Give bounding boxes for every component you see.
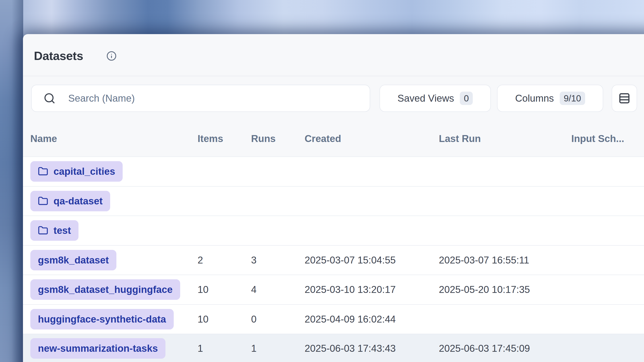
- saved-views-count: 0: [460, 92, 473, 105]
- items-cell: 2: [198, 255, 203, 266]
- dataset-name: gsm8k_dataset: [38, 255, 109, 266]
- columns-button[interactable]: Columns 9/10: [497, 85, 603, 112]
- items-cell: 1: [198, 343, 203, 354]
- folder-icon: [38, 225, 48, 236]
- search-input[interactable]: [32, 85, 370, 111]
- saved-views-button[interactable]: Saved Views 0: [380, 85, 491, 112]
- table-row[interactable]: capital_cities: [23, 156, 644, 186]
- runs-cell: 4: [251, 284, 256, 295]
- last-run-cell: 2025-06-03 17:45:09: [439, 343, 530, 354]
- last-run-cell: 2025-05-20 10:17:35: [439, 284, 530, 295]
- dataset-name-badge[interactable]: new-summarization-tasks: [30, 338, 166, 359]
- column-header-runs: Runs: [251, 133, 276, 144]
- background-gradient: [0, 0, 23, 362]
- dataset-name: new-summarization-tasks: [38, 343, 158, 354]
- columns-label: Columns: [515, 93, 554, 104]
- created-cell: 2025-04-09 16:02:44: [304, 314, 396, 325]
- column-header-name: Name: [30, 133, 57, 144]
- column-header-last-run: Last Run: [439, 133, 481, 144]
- search-input-wrapper: [31, 85, 370, 112]
- items-cell: 10: [198, 284, 208, 295]
- table-row[interactable]: gsm8k_dataset 2 3 2025-03-07 15:04:55 20…: [23, 245, 644, 275]
- dataset-name: huggingface-synthetic-data: [38, 314, 166, 325]
- dataset-name-badge[interactable]: gsm8k_dataset: [30, 250, 116, 270]
- created-cell: 2025-03-10 13:20:17: [304, 284, 396, 295]
- runs-cell: 1: [251, 343, 256, 354]
- rows-3-icon: [618, 92, 630, 104]
- columns-count: 9/10: [560, 92, 585, 105]
- info-icon[interactable]: [106, 51, 116, 61]
- page-title: Datasets: [34, 49, 83, 63]
- datasets-card: Datasets Saved Views 0: [23, 34, 644, 362]
- table-row[interactable]: test: [23, 216, 644, 245]
- folder-icon: [38, 166, 48, 177]
- created-cell: 2025-03-07 15:04:55: [304, 255, 396, 266]
- folder-name: capital_cities: [54, 166, 115, 177]
- created-cell: 2025-06-03 17:43:43: [304, 343, 396, 354]
- column-header-items: Items: [198, 133, 223, 144]
- folder-badge[interactable]: capital_cities: [30, 161, 123, 182]
- runs-cell: 3: [251, 255, 256, 266]
- folder-name: test: [54, 225, 71, 236]
- runs-cell: 0: [251, 314, 256, 325]
- table-row[interactable]: gsm8k_dataset_huggingface 10 4 2025-03-1…: [23, 275, 644, 304]
- table-row[interactable]: qa-dataset: [23, 186, 644, 216]
- column-header-input-schema: Input Sch...: [571, 133, 624, 144]
- table-body: capital_cities qa-dataset: [23, 156, 644, 362]
- folder-badge[interactable]: test: [30, 220, 78, 241]
- dataset-name-badge[interactable]: gsm8k_dataset_huggingface: [30, 279, 180, 300]
- table-row[interactable]: huggingface-synthetic-data 10 0 2025-04-…: [23, 304, 644, 334]
- items-cell: 10: [198, 314, 208, 325]
- datasets-page: Datasets Saved Views 0: [0, 0, 644, 362]
- row-height-button[interactable]: [612, 85, 637, 112]
- folder-icon: [38, 196, 48, 206]
- column-header-created: Created: [304, 133, 341, 144]
- saved-views-label: Saved Views: [398, 93, 454, 104]
- last-run-cell: 2025-03-07 16:55:11: [439, 255, 529, 266]
- folder-name: qa-dataset: [54, 195, 102, 207]
- dataset-name-badge[interactable]: huggingface-synthetic-data: [30, 309, 174, 330]
- table-row-highlighted[interactable]: new-summarization-tasks 1 1 2025-06-03 1…: [23, 334, 644, 362]
- dataset-name: gsm8k_dataset_huggingface: [38, 284, 172, 295]
- card-header: Datasets: [23, 34, 644, 76]
- folder-badge[interactable]: qa-dataset: [30, 191, 110, 211]
